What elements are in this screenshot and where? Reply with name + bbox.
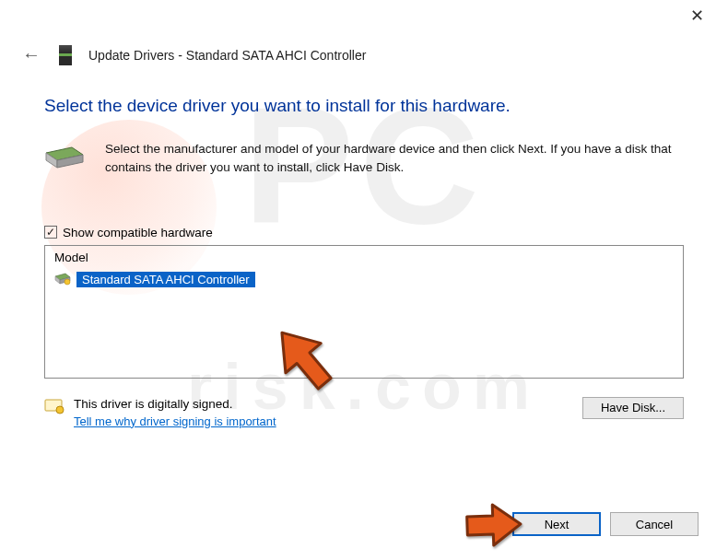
hardware-card-icon bbox=[44, 144, 85, 173]
column-header-model: Model bbox=[45, 246, 683, 269]
list-item-label: Standard SATA AHCI Controller bbox=[76, 272, 255, 287]
driver-list[interactable]: Model Standard SATA AHCI Controller bbox=[44, 245, 684, 379]
close-icon[interactable]: ✕ bbox=[681, 1, 713, 30]
title-bar: ✕ bbox=[681, 7, 713, 24]
cancel-button[interactable]: Cancel bbox=[610, 512, 699, 536]
show-compatible-checkbox[interactable]: ✓ Show compatible hardware bbox=[44, 226, 684, 239]
signing-status-text: This driver is digitally signed. bbox=[74, 397, 276, 411]
device-tower-icon bbox=[59, 45, 72, 65]
have-disk-button[interactable]: Have Disk... bbox=[582, 397, 684, 419]
list-item[interactable]: Standard SATA AHCI Controller bbox=[51, 271, 677, 288]
dialog-header: ← Update Drivers - Standard SATA AHCI Co… bbox=[18, 41, 710, 69]
page-title: Update Drivers - Standard SATA AHCI Cont… bbox=[88, 48, 366, 63]
checkbox-label: Show compatible hardware bbox=[63, 226, 213, 239]
title-prefix: Update Drivers - bbox=[88, 48, 186, 63]
back-icon[interactable]: ← bbox=[18, 41, 44, 69]
checkbox-check-icon: ✓ bbox=[44, 226, 57, 239]
certificate-badge-icon bbox=[44, 399, 65, 415]
driver-card-icon bbox=[54, 273, 71, 286]
svg-point-6 bbox=[65, 279, 70, 285]
next-button[interactable]: Next bbox=[512, 512, 601, 536]
instruction-text: Select the manufacturer and model of you… bbox=[105, 140, 684, 178]
svg-point-8 bbox=[56, 406, 64, 414]
signing-help-link[interactable]: Tell me why driver signing is important bbox=[74, 414, 276, 428]
subtitle-heading: Select the device driver you want to ins… bbox=[44, 96, 684, 116]
title-device: Standard SATA AHCI Controller bbox=[186, 48, 367, 63]
